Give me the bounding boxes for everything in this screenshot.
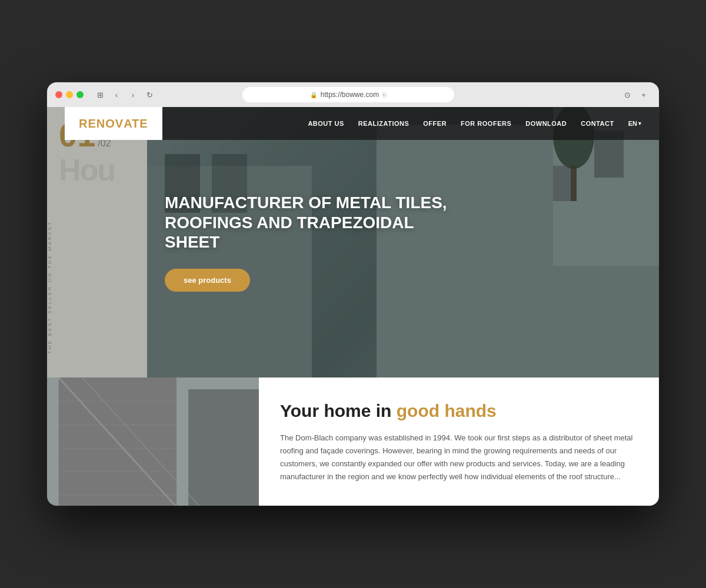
about-title-highlight: good hands [397,401,497,420]
nav-realizations[interactable]: REALIZATIONS [358,120,409,127]
svg-rect-4 [188,389,259,506]
sidebar-toggle-icon[interactable]: ⊞ [93,88,107,102]
traffic-lights [55,91,84,98]
chevron-down-icon: ▾ [638,121,641,126]
nav-download[interactable]: DOWNLOAD [525,120,567,127]
logo-accent: V [115,117,124,131]
url-text: https://bowwe.com [321,91,379,99]
share-icon: ⎗ [382,91,387,98]
website-content: 01 /02 Hou THE BEST SELLER ON THE MARKET… [47,107,659,506]
logo-text-2: ATE [124,117,148,131]
hero-title-line2: ROOFINGS AND TRAPEZOIDAL SHEET [165,213,414,252]
nav-about[interactable]: ABOUT US [308,120,344,127]
minimize-button[interactable] [66,91,73,98]
forward-icon[interactable]: › [126,88,140,102]
new-tab-icon[interactable]: + [637,88,651,102]
about-title-text: Your home in [280,401,397,420]
nav-links: ABOUT US REALIZATIONS OFFER FOR ROOFERS … [308,120,641,127]
language-label: EN [628,120,637,127]
navigation: RENOVATE ABOUT US REALIZATIONS OFFER FOR… [47,107,659,140]
nav-language[interactable]: EN ▾ [628,120,641,127]
about-section: Your home in good hands The Dom-Blach co… [47,377,659,506]
address-bar[interactable]: 🔒 https://bowwe.com ⎗ [242,87,454,102]
nav-contact[interactable]: CONTACT [581,120,614,127]
download-icon[interactable]: ⊙ [620,88,634,102]
browser-window: ⊞ ‹ › ↻ 🔒 https://bowwe.com ⎗ ⊙ + [47,82,659,506]
logo[interactable]: RENOVATE [65,107,162,140]
logo-text-1: RENO [79,117,115,131]
hero-section: 01 /02 Hou THE BEST SELLER ON THE MARKET… [47,107,659,377]
about-image [47,377,259,506]
about-title: Your home in good hands [280,401,638,421]
nav-for-roofers[interactable]: FOR ROOFERS [461,120,511,127]
about-body-text: The Dom-Blach company was established in… [280,432,638,483]
about-content: Your home in good hands The Dom-Blach co… [259,377,659,506]
browser-chrome: ⊞ ‹ › ↻ 🔒 https://bowwe.com ⎗ ⊙ + [47,82,659,107]
hero-title: MANUFACTURER OF METAL TILES, ROOFINGS AN… [165,193,459,252]
maximize-button[interactable] [76,91,84,98]
see-products-button[interactable]: see products [165,269,250,292]
back-icon[interactable]: ‹ [109,88,124,102]
browser-right-icons: ⊙ + [620,88,651,102]
refresh-icon[interactable]: ↻ [142,88,156,102]
nav-offer[interactable]: OFFER [423,120,447,127]
hero-content: MANUFACTURER OF METAL TILES, ROOFINGS AN… [165,193,459,292]
close-button[interactable] [55,91,62,98]
about-building-svg [47,377,259,506]
hero-title-line1: MANUFACTURER OF METAL TILES, [165,193,447,212]
lock-icon: 🔒 [310,92,317,98]
browser-nav-icons: ⊞ ‹ › ↻ [93,88,156,102]
